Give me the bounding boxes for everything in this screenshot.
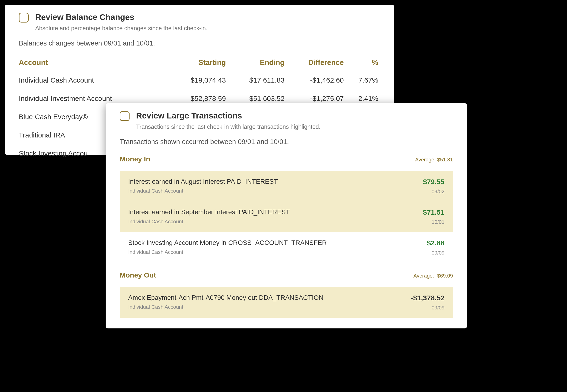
tx-checkbox[interactable] (120, 111, 129, 121)
transaction-description: Amex Epayment-Ach Pmt-A0790 Money out DD… (128, 293, 406, 302)
cell-ending: $17,611.83 (228, 71, 286, 89)
col-account: Account (19, 55, 169, 71)
transaction-account: Individual Cash Account (128, 187, 418, 195)
transaction-description: Interest earned in August Interest PAID_… (128, 177, 418, 186)
transaction-description: Interest earned in September Interest PA… (128, 207, 418, 217)
money-in-section-header: Money In Average: $51.31 (120, 154, 453, 167)
tx-title: Review Large Transactions (136, 110, 321, 121)
cell-account: Individual Cash Account (19, 71, 169, 89)
balance-title: Review Balance Changes (35, 11, 207, 23)
money-in-average: Average: $51.31 (415, 156, 453, 164)
cell-percent: 7.67% (346, 71, 380, 89)
transaction-item: Interest earned in August Interest PAID_… (120, 171, 453, 201)
transaction-amount: -$1,378.52 (411, 293, 444, 303)
money-out-average: Average: -$69.09 (413, 272, 453, 280)
transaction-description: Stock Investing Account Money in CROSS_A… (128, 238, 422, 247)
transactions-card: Review Large Transactions Transactions s… (106, 103, 467, 328)
money-in-heading: Money In (120, 154, 150, 164)
transaction-amount: $71.51 (423, 207, 444, 217)
stage: Review Balance Changes Absolute and perc… (0, 0, 567, 392)
money-in-list: Interest earned in August Interest PAID_… (120, 171, 453, 263)
cell-starting: $19,074.43 (169, 71, 228, 89)
col-percent: % (346, 55, 380, 71)
transaction-right: $71.5110/01 (423, 207, 444, 226)
transaction-date: 09/02 (423, 188, 444, 196)
money-out-list: Amex Epayment-Ach Pmt-A0790 Money out DD… (120, 287, 453, 318)
transaction-item: Interest earned in September Interest PA… (120, 201, 453, 232)
transaction-item: Amex Epayment-Ach Pmt-A0790 Money out DD… (120, 287, 453, 318)
balance-checkbox[interactable] (19, 13, 29, 23)
transaction-amount: $79.55 (423, 177, 444, 187)
col-starting: Starting (169, 55, 228, 71)
money-out-section-header: Money Out Average: -$69.09 (120, 270, 453, 283)
tx-summary: Transactions shown occurred between 09/0… (120, 137, 453, 147)
transaction-left: Stock Investing Account Money in CROSS_A… (128, 238, 427, 256)
col-ending: Ending (228, 55, 286, 71)
transaction-date: 09/09 (411, 304, 444, 311)
balance-header-text: Review Balance Changes Absolute and perc… (35, 11, 207, 32)
balance-table-header-row: Account Starting Ending Difference % (19, 55, 380, 71)
transaction-left: Amex Epayment-Ach Pmt-A0790 Money out DD… (128, 293, 411, 311)
balance-card-header: Review Balance Changes Absolute and perc… (19, 11, 380, 32)
transaction-left: Interest earned in August Interest PAID_… (128, 177, 423, 195)
money-out-heading: Money Out (120, 270, 156, 280)
transaction-right: -$1,378.5209/09 (411, 293, 444, 311)
table-row: Individual Cash Account$19,074.43$17,611… (19, 71, 380, 89)
col-difference: Difference (286, 55, 345, 71)
transaction-right: $2.8809/09 (427, 238, 444, 257)
transaction-date: 10/01 (423, 219, 444, 226)
tx-subtitle: Transactions since the last check-in wit… (136, 123, 321, 131)
transaction-amount: $2.88 (427, 238, 444, 248)
balance-subtitle: Absolute and percentage balance changes … (35, 24, 207, 32)
transaction-account: Individual Cash Account (128, 218, 418, 225)
transaction-date: 09/09 (427, 249, 444, 257)
cell-difference: -$1,462.60 (286, 71, 345, 89)
transaction-item: Stock Investing Account Money in CROSS_A… (120, 232, 453, 263)
tx-header-text: Review Large Transactions Transactions s… (136, 110, 321, 131)
transaction-left: Interest earned in September Interest PA… (128, 207, 423, 225)
tx-card-header: Review Large Transactions Transactions s… (120, 110, 453, 131)
balance-summary: Balances changes between 09/01 and 10/01… (19, 39, 380, 48)
transaction-account: Individual Cash Account (128, 304, 406, 311)
transaction-account: Individual Cash Account (128, 249, 422, 256)
transaction-right: $79.5509/02 (423, 177, 444, 196)
